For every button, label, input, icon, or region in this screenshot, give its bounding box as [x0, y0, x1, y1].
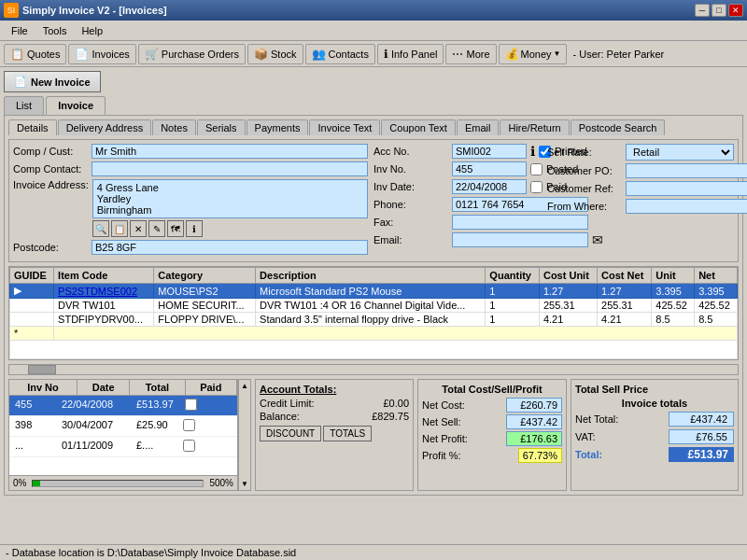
from-where-input[interactable] — [626, 199, 747, 214]
new-item-row[interactable]: * — [10, 327, 738, 341]
addr-info-btn[interactable]: ℹ — [186, 220, 203, 237]
inv-no-input[interactable] — [452, 161, 527, 176]
net-sell-label: Net Sell: — [422, 416, 461, 427]
inv-row1-paid-cb[interactable] — [185, 399, 197, 411]
new-row-marker: * — [10, 327, 54, 341]
row3-cost-net: 4.21 — [598, 313, 652, 327]
app-icon: SI — [4, 3, 19, 18]
menu-file[interactable]: File — [4, 23, 35, 38]
inv-col-no: Inv No — [9, 380, 77, 395]
totals-button[interactable]: TOTALS — [323, 426, 372, 441]
table-row[interactable]: STDFIPYDRV00... FLOPPY DRIVE\... Standar… — [10, 313, 738, 327]
list-item[interactable]: 398 30/04/2007 £25.90 — [9, 416, 237, 437]
addr-clear-btn[interactable]: ✕ — [130, 220, 147, 237]
discount-button[interactable]: DISCOUNT — [260, 426, 321, 441]
comp-contact-label: Comp Contact: — [13, 163, 88, 175]
menu-help[interactable]: Help — [74, 23, 110, 38]
form-mid-col: Acc No. ℹ Printed Inv No. Posted Inv Dat… — [374, 144, 542, 258]
menu-tools[interactable]: Tools — [35, 23, 75, 38]
addr-search-btn[interactable]: 🔍 — [92, 220, 109, 237]
toolbar-purchase-orders[interactable]: 🛒 Purchase Orders — [138, 44, 246, 64]
col-cost-unit: Cost Unit — [539, 268, 597, 284]
toolbar-money[interactable]: 💰 Money ▼ — [499, 44, 568, 64]
inv-list-scrollbar[interactable]: ▲ ▼ — [238, 379, 251, 491]
row2-net: 425.52 — [695, 299, 738, 313]
toolbar-money-label: Money — [521, 49, 552, 60]
sub-tab-delivery[interactable]: Delivery Address — [58, 119, 152, 135]
col-net: Net — [695, 268, 738, 284]
address-line1: 4 Gress Lane — [97, 182, 363, 193]
paid-checkbox[interactable] — [530, 181, 543, 193]
tab-invoice[interactable]: Invoice — [46, 96, 106, 115]
toolbar-more[interactable]: ⋯ More — [445, 44, 496, 64]
csp-title: Total Cost/Sell/Profit — [422, 384, 562, 395]
inv-row2-paid — [177, 418, 224, 434]
postcode-input[interactable] — [92, 240, 368, 255]
comp-contact-input[interactable] — [92, 161, 368, 176]
acc-no-input[interactable] — [452, 144, 527, 159]
sub-tab-hire-return[interactable]: Hire/Return — [500, 119, 569, 135]
sub-tab-coupon-text[interactable]: Coupon Text — [381, 119, 456, 135]
inv-date-label: Inv Date: — [374, 181, 448, 192]
sub-tab-details[interactable]: Details — [8, 119, 57, 135]
close-button[interactable]: ✕ — [728, 4, 743, 17]
row1-cost-net: 1.27 — [598, 284, 652, 299]
table-row[interactable]: ▶ PS2STDMSE002 MOUSE\PS2 Microsoft Stand… — [10, 284, 738, 299]
toolbar-quotes[interactable]: 📋 Quotes — [4, 44, 66, 64]
inv-row3-paid-cb[interactable] — [183, 440, 195, 452]
sub-tab-serials[interactable]: Serials — [197, 119, 246, 135]
address-line2: Yardley — [97, 193, 363, 204]
horizontal-scrollbar[interactable] — [8, 364, 739, 375]
list-item[interactable]: ... 01/11/2009 £.... — [9, 437, 237, 457]
invoice-items-table: GUIDE Item Code Category Description Qua… — [9, 267, 738, 359]
invoice-address-label: Invoice Address: — [13, 179, 89, 190]
sell-rate-select[interactable]: Retail — [626, 144, 734, 161]
minimize-button[interactable]: ─ — [695, 4, 710, 17]
inv-row2-paid-cb[interactable] — [183, 419, 195, 431]
restore-button[interactable]: □ — [712, 4, 726, 17]
menu-bar: File Tools Help — [0, 21, 747, 41]
toolbar-invoices[interactable]: 📄 Invoices — [68, 44, 135, 64]
sub-tab-payments[interactable]: Payments — [247, 119, 309, 135]
net-profit-label: Net Profit: — [422, 433, 468, 444]
row1-item-code: PS2STDMSE002 — [54, 284, 154, 299]
addr-edit-btn[interactable]: ✎ — [148, 220, 165, 237]
sub-tab-email[interactable]: Email — [457, 119, 500, 135]
toolbar-stock[interactable]: 📦 Stock — [247, 44, 303, 64]
posted-checkbox[interactable] — [530, 163, 543, 175]
scroll-down-btn[interactable]: ▼ — [239, 478, 250, 490]
profit-pct-label: Profit %: — [422, 450, 461, 461]
customer-ref-input[interactable] — [626, 181, 747, 196]
acc-info-icon[interactable]: ℹ — [530, 144, 535, 159]
email-label: Email: — [374, 234, 448, 245]
sub-tab-postcode[interactable]: Postcode Search — [571, 119, 666, 135]
profit-pct-value: 67.73% — [518, 448, 562, 463]
new-invoice-button[interactable]: 📄 New Invoice — [4, 71, 101, 92]
inv-row1-no: 455 — [9, 398, 56, 413]
table-row[interactable]: DVR TW101 HOME SECURIT... DVR TW101 :4 O… — [10, 299, 738, 313]
address-box: 4 Gress Lane Yardley Birmingham — [92, 179, 368, 218]
inv-date-input[interactable] — [452, 179, 527, 194]
sub-tab-notes[interactable]: Notes — [152, 119, 196, 135]
money-dropdown-arrow: ▼ — [554, 49, 561, 58]
title-bar: SI Simply Invoice V2 - [Invoices] ─ □ ✕ — [0, 0, 747, 21]
net-profit-value: £176.63 — [506, 431, 562, 446]
scroll-up-btn[interactable]: ▲ — [239, 380, 250, 392]
comp-cust-input[interactable] — [92, 144, 368, 159]
toolbar-info-panel[interactable]: ℹ Info Panel — [377, 44, 444, 64]
fax-label: Fax: — [374, 217, 448, 228]
toolbar-contacts[interactable]: 👥 Contacts — [305, 44, 375, 64]
customer-po-input[interactable] — [626, 163, 747, 178]
row1-guide: ▶ — [10, 284, 54, 299]
tab-list[interactable]: List — [4, 96, 44, 115]
sub-tab-invoice-text[interactable]: Invoice Text — [309, 119, 380, 135]
total-value: £513.97 — [669, 447, 734, 462]
invoice-list-rows: 455 22/04/2008 £513.97 398 30/04/2007 £2… — [9, 396, 237, 475]
addr-copy-btn[interactable]: 📋 — [111, 220, 128, 237]
row1-net: 3.395 — [695, 284, 738, 299]
inv-col-paid: Paid — [185, 380, 236, 395]
content-area: 📄 New Invoice List Invoice Details Deliv… — [0, 67, 747, 499]
list-item[interactable]: 455 22/04/2008 £513.97 — [9, 396, 237, 416]
addr-map-btn[interactable]: 🗺 — [167, 220, 184, 237]
inv-row1-date: 22/04/2008 — [56, 398, 131, 413]
